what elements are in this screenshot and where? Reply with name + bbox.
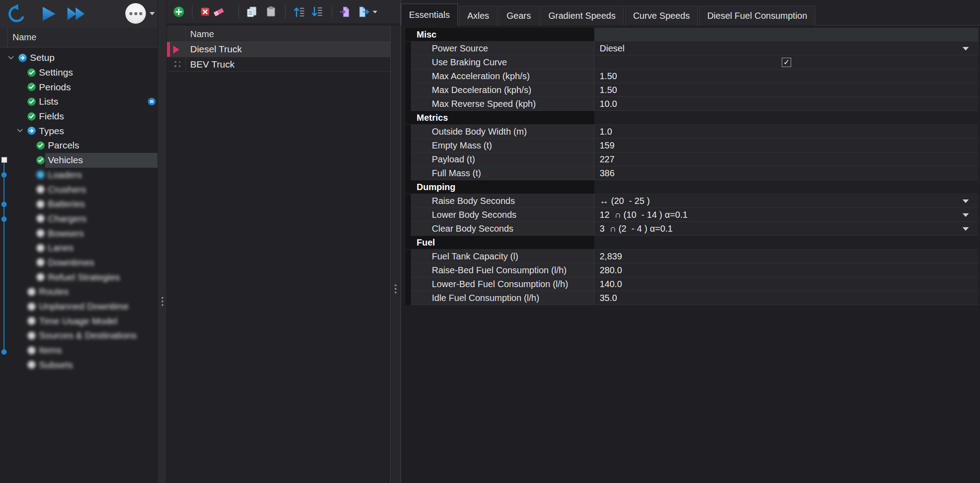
group-name-cell: Misc [405,28,594,41]
arrow-circle-icon [18,53,27,63]
property-value: 12 ∩ (10 - 14 ) α=0.1 [600,210,688,220]
check-circle-icon [36,156,45,165]
delete-button[interactable] [199,6,211,20]
reset-button[interactable] [6,4,27,26]
list-name-column-header[interactable]: Name [167,26,390,42]
checkbox[interactable]: ✓ [782,58,791,67]
tree-label-wrap: Subsets [36,357,158,372]
tree-expander-icon[interactable] [17,129,27,133]
property-value-cell[interactable]: 12 ∩ (10 - 14 ) α=0.1 [594,208,979,221]
property-label: Empty Mass (t) [432,140,492,151]
tree-item-settings[interactable]: Settings [0,65,158,80]
tree-item-fields[interactable]: Fields [0,109,158,124]
tree-label-wrap: Lanes [45,241,158,255]
erase-button[interactable] [213,6,225,20]
property-value-cell[interactable]: 1.50 [594,83,979,97]
paste-button[interactable] [265,6,277,20]
property-value-cell[interactable]: 227 [594,153,979,166]
tree-item-label: Subsets [39,360,73,370]
property-value-cell[interactable]: 1.50 [594,69,979,83]
tree-item-label: Setup [30,52,55,63]
tree-item-parcels[interactable]: Parcels [0,138,158,153]
group-header-metrics[interactable]: Metrics [405,111,979,125]
tree-item-vehicles[interactable]: Vehicles [0,153,158,168]
sidebar-splitter[interactable] [158,0,167,483]
tab-gears[interactable]: Gears [499,6,539,25]
property-value-cell[interactable]: 2,839 [594,250,979,263]
tree-label-wrap: Chargers [45,212,158,226]
sidebar-list-header[interactable]: Name [0,28,158,47]
dropdown-icon[interactable] [963,199,969,203]
export-button[interactable] [358,6,370,20]
list-row-diesel-truck[interactable]: Diesel Truck [167,42,390,57]
move-down-button[interactable] [311,6,323,20]
property-value-cell[interactable]: 35.0 [594,291,979,305]
tree-item-lists[interactable]: Lists [0,94,158,109]
property-label: Use Braking Curve [432,57,507,68]
tree-item-downtimes[interactable]: Downtimes [0,255,158,270]
property-row-fuel-tank-capacity-l-: Fuel Tank Capacity (l)2,839 [411,250,979,263]
import-button[interactable] [340,6,352,20]
property-value-cell[interactable]: 10.0 [594,97,979,110]
group-name-cell: Dumping [405,180,594,194]
export-dropdown-caret-icon[interactable] [373,11,377,13]
splitter-grip-icon[interactable] [162,297,163,306]
more-options-caret-icon[interactable] [149,12,155,15]
tree-item-time-usage-model[interactable]: Time Usage Model [0,314,158,328]
property-value-cell[interactable]: 159 [594,139,979,152]
more-options-button[interactable] [125,3,146,24]
group-header-fill [594,180,979,194]
tree-expander-icon[interactable] [8,56,18,60]
tree-item-setup[interactable]: Setup [0,51,158,65]
group-header-fuel[interactable]: Fuel [405,236,979,250]
property-value-cell[interactable]: 1.0 [594,125,979,138]
tab-diesel-fuel-consumption[interactable]: Diesel Fuel Consumption [699,6,815,25]
dropdown-icon[interactable] [963,47,969,51]
tree-item-sources-destinations[interactable]: Sources & Destinations [0,328,158,343]
property-label: Power Source [432,43,488,54]
tree-item-items[interactable]: Items [0,343,158,358]
copy-button[interactable] [246,6,258,20]
property-value-cell[interactable]: ↔ (20 - 25 ) [594,194,979,208]
tree-item-label: Refuel Strategies [48,272,120,283]
property-value-cell[interactable]: 280.0 [594,263,979,277]
play-button[interactable] [39,5,57,25]
property-value-cell[interactable]: ✓ [594,55,979,69]
group-header-dumping[interactable]: Dumping [405,180,979,194]
tree-item-batteries[interactable]: Batteries [0,197,158,212]
property-value-cell[interactable]: 386 [594,166,979,180]
add-button[interactable] [173,6,185,20]
group-header-misc[interactable]: Misc [405,28,979,42]
tree-item-routes[interactable]: Routes [0,284,158,299]
tree-item-bowsers[interactable]: Bowsers [0,226,158,241]
tree-label-wrap: Items [36,343,158,358]
tree-label-wrap: Bowsers [45,226,158,241]
menu-badge-icon[interactable] [147,97,156,106]
tab-essentials[interactable]: Essentials [401,4,458,25]
tree-item-crushers[interactable]: Crushers [0,182,158,197]
tree-item-types[interactable]: Types [0,123,158,138]
property-label-cell: Max Deceleration (kph/s) [411,83,594,97]
tree-label-wrap: Batteries [45,197,158,212]
tree-item-refuel-strategies[interactable]: Refuel Strategies [0,270,158,284]
property-value-cell[interactable]: 3 ∩ (2 - 4 ) α=0.1 [594,222,979,235]
tree-item-chargers[interactable]: Chargers [0,212,158,226]
tab-curve-speeds[interactable]: Curve Speeds [625,6,698,25]
tree-item-periods[interactable]: Periods [0,80,158,94]
splitter-grip-icon[interactable] [395,284,396,293]
dot-circle-icon [36,243,45,253]
tree-item-subsets[interactable]: Subsets [0,357,158,372]
drag-handle-icon[interactable] [175,61,180,67]
fast-forward-button[interactable] [65,5,89,25]
tab-gradient-speeds[interactable]: Gradient Speeds [541,6,624,25]
tab-axles[interactable]: Axles [459,6,497,25]
tree-item-loaders[interactable]: Loaders [0,168,158,182]
property-value-cell[interactable]: Diesel [594,42,979,55]
tree-item-lanes[interactable]: Lanes [0,241,158,255]
tree-item-unplanned-downtime[interactable]: Unplanned Downtime [0,299,158,314]
dropdown-icon[interactable] [963,227,969,231]
property-value-cell[interactable]: 140.0 [594,277,979,291]
dropdown-icon[interactable] [963,213,969,217]
list-row-bev-truck[interactable]: BEV Truck [167,57,390,72]
move-up-button[interactable] [293,6,305,20]
